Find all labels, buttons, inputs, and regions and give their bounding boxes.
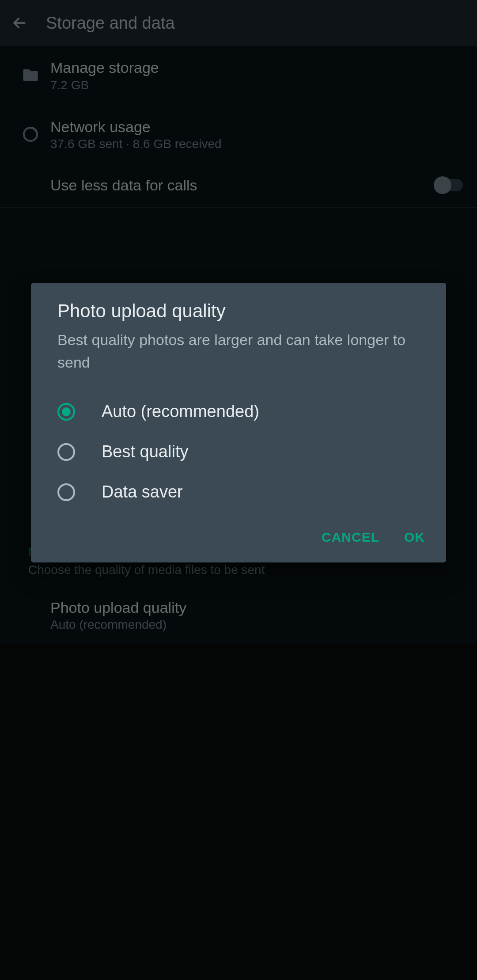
- option-saver-label: Data saver: [102, 482, 183, 501]
- dialog-actions: CANCEL OK: [31, 512, 446, 555]
- cancel-button[interactable]: CANCEL: [322, 530, 379, 545]
- radio-unselected-icon: [57, 483, 75, 501]
- option-auto[interactable]: Auto (recommended): [40, 391, 437, 432]
- option-best-label: Best quality: [102, 442, 188, 461]
- radio-unselected-icon: [57, 443, 75, 461]
- dialog-options: Auto (recommended) Best quality Data sav…: [31, 391, 446, 512]
- photo-quality-dialog: Photo upload quality Best quality photos…: [31, 283, 446, 562]
- option-best-quality[interactable]: Best quality: [40, 432, 437, 472]
- option-auto-label: Auto (recommended): [102, 402, 259, 421]
- ok-button[interactable]: OK: [404, 530, 425, 545]
- dialog-description: Best quality photos are larger and can t…: [31, 329, 446, 391]
- radio-selected-icon: [57, 403, 75, 421]
- dialog-title: Photo upload quality: [31, 300, 446, 329]
- option-data-saver[interactable]: Data saver: [40, 472, 437, 512]
